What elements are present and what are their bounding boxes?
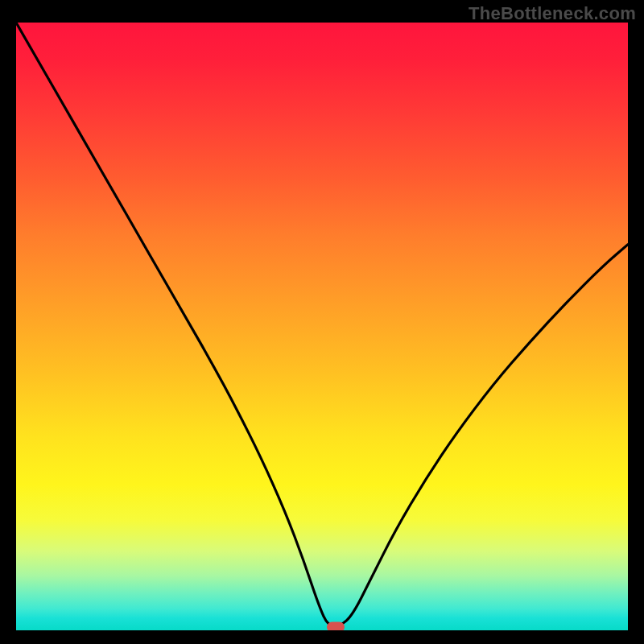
plot-area — [16, 23, 628, 630]
watermark-text: TheBottleneck.com — [469, 3, 636, 24]
chart-frame: TheBottleneck.com — [0, 0, 644, 644]
minimum-marker — [327, 622, 345, 630]
bottleneck-curve — [16, 23, 628, 630]
